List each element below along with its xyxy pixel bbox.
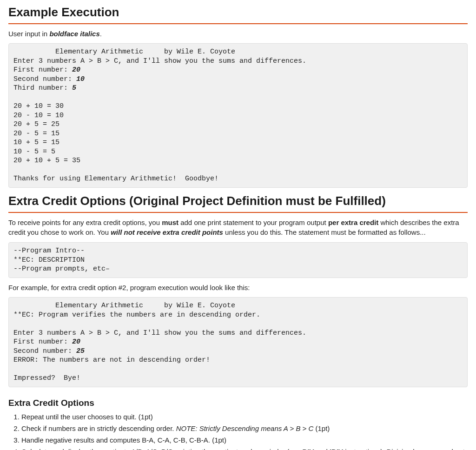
user-input: 25: [76, 347, 85, 355]
code-line: **EC: DESCRIPTION: [13, 256, 85, 264]
code-line: 10 + 5 = 15: [13, 139, 60, 146]
code-line: First number:: [13, 66, 72, 74]
ec-example-code: Elementary Arithmetic by Wile E. Coyote …: [8, 297, 468, 387]
code-line: 10 - 5 = 5: [13, 148, 55, 156]
code-line: **EC: Program verifies the numbers are i…: [13, 311, 260, 319]
code-line: Thanks for using Elementary Arithmetic! …: [13, 175, 218, 183]
italic-note: NOTE: Strictly Descending means A > B > …: [176, 424, 314, 432]
bold-per-extra-credit: per extra credit: [328, 218, 378, 226]
text: Calculate and display the quotients A/B,…: [21, 448, 240, 450]
user-input: 20: [72, 338, 80, 346]
user-input: 20: [72, 66, 80, 74]
user-input: 5: [72, 84, 76, 92]
subheading-extra-credit-options: Extra Credit Options: [8, 397, 468, 410]
text: unless you do this. The statement must b…: [223, 228, 426, 236]
ec-format-code: --Program Intro-- **EC: DESCRIPTION --Pr…: [8, 242, 468, 278]
section-heading-extra-credit: Extra Credit Options (Original Project D…: [8, 192, 468, 213]
list-item: Check if numbers are in strictly descend…: [21, 424, 468, 434]
code-line: Impressed? Bye!: [13, 374, 80, 382]
extra-credit-intro: To receive points for any extra credit o…: [8, 218, 468, 238]
code-line: Enter 3 numbers A > B > C, and I'll show…: [13, 329, 306, 337]
section-heading-example-execution: Example Execution: [8, 4, 468, 24]
code-line: ERROR: The numbers are not in descending…: [13, 356, 210, 364]
bold-div: DIV: [303, 448, 314, 450]
code-line: 20 + 10 + 5 = 35: [13, 157, 80, 165]
list-item: Repeat until the user chooses to quit. (…: [21, 412, 468, 422]
code-line: 20 - 10 = 10: [13, 112, 64, 119]
code-line: Second number:: [13, 347, 76, 355]
intro-boldface-italics: boldface italics: [49, 30, 99, 38]
user-input: 10: [76, 75, 85, 83]
code-line: 20 + 5 = 25: [13, 120, 60, 128]
bolditalic-no-points: will not receive extra credit points: [111, 228, 223, 236]
text: (1pt): [313, 424, 330, 432]
code-line: --Program prompts, etc–: [13, 265, 110, 273]
intro-paragraph: User input in boldface italics.: [8, 29, 468, 39]
code-line: Enter 3 numbers A > B > C, and I'll show…: [13, 57, 306, 65]
code-line: 20 - 5 = 15: [13, 130, 60, 138]
text: and: [314, 448, 330, 450]
italic-and: and: [240, 448, 251, 450]
text: remainder (see: [251, 448, 302, 450]
intro-text: User input in: [8, 30, 49, 38]
text: To receive points for any extra credit o…: [8, 218, 162, 226]
code-line: Elementary Arithmetic by Wile E. Coyote: [13, 302, 235, 310]
code-line: --Program Intro--: [13, 247, 85, 255]
bold-must: must: [162, 218, 178, 226]
intro-period: .: [100, 30, 102, 38]
example-execution-code: Elementary Arithmetic by Wile E. Coyote …: [8, 43, 468, 188]
code-line: First number:: [13, 338, 72, 346]
code-line: Second number:: [13, 75, 76, 83]
ec-example-intro: For example, for extra credit option #2,…: [8, 283, 468, 293]
bold-idiv: IDIV: [330, 448, 343, 450]
text: add one print statement to your program …: [178, 218, 328, 226]
list-item: Handle negative results and computes B-A…: [21, 435, 468, 445]
list-item: Calculate and display the quotients A/B,…: [21, 447, 468, 450]
code-line: Third number:: [13, 84, 72, 92]
text: Check if numbers are in strictly descend…: [21, 424, 176, 432]
code-line: 20 + 10 = 30: [13, 102, 64, 110]
extra-credit-list: Repeat until the user chooses to quit. (…: [8, 412, 468, 450]
code-line: Elementary Arithmetic by Wile E. Coyote: [13, 48, 235, 56]
